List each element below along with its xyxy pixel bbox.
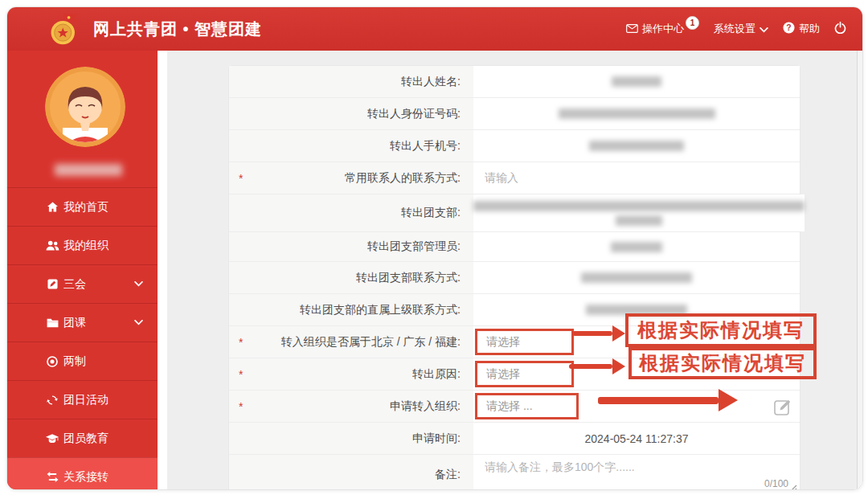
- field-value: [473, 194, 805, 231]
- sidebar-item-my-organization[interactable]: 我的组织: [7, 226, 158, 264]
- redacted-value: [473, 108, 800, 119]
- sidebar-item-three-meetings[interactable]: 三会: [7, 264, 158, 303]
- league-emblem-icon: [47, 10, 84, 48]
- field-label: 转出人手机号:: [229, 130, 473, 162]
- redacted-text-block: [589, 141, 684, 151]
- redacted-value: [473, 272, 800, 283]
- header-action-logout[interactable]: [834, 22, 846, 36]
- field-label-text: 转出人身份证号码:: [367, 107, 461, 121]
- resize-handle-icon[interactable]: [790, 485, 797, 489]
- field-value: 2024-05-24 11:27:37: [473, 423, 800, 454]
- app-header: 网上共青团 • 智慧团建 操作中心1系统设置?帮助: [7, 7, 862, 51]
- user-avatar[interactable]: [45, 67, 125, 147]
- field-value: [473, 262, 800, 293]
- sidebar-item-league-day-activity[interactable]: 团日活动: [7, 380, 158, 419]
- sidebar: 我的首页我的组织三会团课两制团日活动团员教育关系接转: [7, 51, 158, 489]
- sidebar-item-label: 两制: [63, 354, 86, 369]
- field-label: 转出人身份证号码:: [229, 98, 473, 129]
- main-layout: 我的首页我的组织三会团课两制团日活动团员教育关系接转 转出人姓名:转出人身份证号…: [7, 51, 862, 489]
- header-action-operation-center[interactable]: 操作中心1: [626, 22, 699, 36]
- required-asterisk: *: [239, 368, 243, 381]
- field-value: [473, 232, 800, 261]
- header-actions: 操作中心1系统设置?帮助: [626, 22, 862, 36]
- redacted-text-block: [581, 272, 692, 283]
- recycle-icon: [44, 395, 60, 406]
- apply-org-select[interactable]: 请选择 ...: [473, 399, 533, 414]
- field-value: [473, 130, 800, 162]
- sidebar-item-label: 我的首页: [63, 200, 108, 215]
- sidebar-item-label: 三会: [63, 277, 86, 292]
- field-label-text: 转出团支部:: [401, 206, 461, 220]
- field-label: 转出团支部管理员:: [229, 232, 473, 261]
- field-label-text: 转出原因:: [412, 367, 461, 382]
- required-asterisk: *: [239, 400, 243, 413]
- sidebar-item-league-class[interactable]: 团课: [7, 303, 158, 342]
- contact-method-input[interactable]: 请输入: [473, 171, 518, 186]
- sidebar-item-two-systems[interactable]: 两制: [7, 342, 158, 380]
- field-label: 转出团支部:: [229, 194, 473, 231]
- chevron-down-icon[interactable]: [134, 281, 143, 287]
- redacted-text-block: [612, 76, 661, 87]
- redacted-value: [473, 201, 805, 226]
- sidebar-item-relation-transfer[interactable]: 关系接转: [7, 457, 158, 490]
- chevron-down-icon[interactable]: [134, 320, 143, 325]
- form-row-out-branch: 转出团支部:: [229, 194, 800, 232]
- field-label-text: 申请转入组织:: [390, 399, 461, 414]
- field-label-text: 常用联系人的联系方式:: [345, 171, 461, 186]
- sidebar-item-label: 团日活动: [63, 393, 108, 407]
- field-label-text: 转出人手机号:: [390, 139, 461, 153]
- field-label: 转出团支部的直属上级联系方式:: [229, 294, 473, 325]
- transfer-application-form: 转出人姓名:转出人身份证号码:转出人手机号:*常用联系人的联系方式:请输入转出团…: [228, 65, 800, 489]
- question-icon: ?: [783, 22, 795, 36]
- field-label: *常用联系人的联系方式:: [229, 162, 473, 194]
- users-icon: [44, 240, 60, 251]
- redacted-text-block: [616, 215, 662, 226]
- notification-badge: 1: [686, 16, 699, 30]
- folder-icon: [44, 318, 60, 328]
- username-redacted: [55, 164, 122, 176]
- field-label-text: 转出团支部联系方式:: [356, 271, 461, 285]
- field-label: 转出团支部联系方式:: [229, 262, 473, 293]
- redacted-value: [473, 141, 800, 151]
- form-row-contact-method: *常用联系人的联系方式:请输入: [229, 162, 800, 194]
- app-window: 网上共青团 • 智慧团建 操作中心1系统设置?帮助: [6, 6, 863, 490]
- redacted-text-block: [473, 201, 805, 211]
- sidebar-item-label: 团课: [63, 316, 86, 330]
- form-row-apply-time: 申请时间:2024-05-24 11:27:37: [229, 423, 800, 455]
- required-asterisk: *: [239, 336, 243, 349]
- form-row-remarks: 备注:请输入备注，最多100个字......0/100: [229, 455, 800, 489]
- sidebar-item-member-education[interactable]: 团员教育: [7, 419, 158, 457]
- field-value: [473, 98, 800, 129]
- header-action-help[interactable]: ?帮助: [783, 22, 820, 36]
- target-icon: [44, 356, 60, 367]
- redacted-value: [473, 76, 800, 87]
- redacted-text-block: [611, 242, 662, 252]
- remarks-textarea[interactable]: 请输入备注，最多100个字......: [473, 455, 635, 475]
- field-label-text: 备注:: [435, 468, 461, 482]
- content-area: 转出人姓名:转出人身份证号码:转出人手机号:*常用联系人的联系方式:请输入转出团…: [167, 51, 862, 489]
- field-label: 转出人姓名:: [229, 66, 473, 97]
- header-action-label: 操作中心: [642, 22, 684, 36]
- field-label: 备注:: [229, 455, 473, 489]
- field-label-text: 转出团支部的直属上级联系方式:: [300, 303, 461, 317]
- annotation-arrow: [569, 358, 625, 374]
- field-label: 申请时间:: [229, 423, 473, 454]
- field-label-text: 转出团支部管理员:: [367, 239, 461, 254]
- edit-square-icon: [44, 279, 60, 289]
- home-icon: [44, 202, 60, 212]
- header-action-label: 帮助: [799, 22, 820, 36]
- scrollbar[interactable]: [857, 51, 862, 489]
- transfer-reason-select[interactable]: 请选择: [473, 367, 520, 382]
- required-asterisk: *: [239, 172, 243, 185]
- field-value: 请输入: [473, 162, 800, 194]
- header-action-system-settings[interactable]: 系统设置: [714, 22, 768, 36]
- power-icon: [834, 22, 846, 36]
- chevron-down-icon: [760, 23, 768, 35]
- svg-text:?: ?: [786, 23, 791, 32]
- edit-organization-button[interactable]: [774, 398, 792, 415]
- sidebar-item-home[interactable]: 我的首页: [7, 187, 158, 226]
- sidebar-item-label: 团员教育: [63, 432, 108, 446]
- sidebar-menu: 我的首页我的组织三会团课两制团日活动团员教育关系接转: [7, 187, 158, 490]
- char-counter: 0/100: [764, 478, 788, 489]
- target-region-select[interactable]: 请选择: [473, 335, 520, 350]
